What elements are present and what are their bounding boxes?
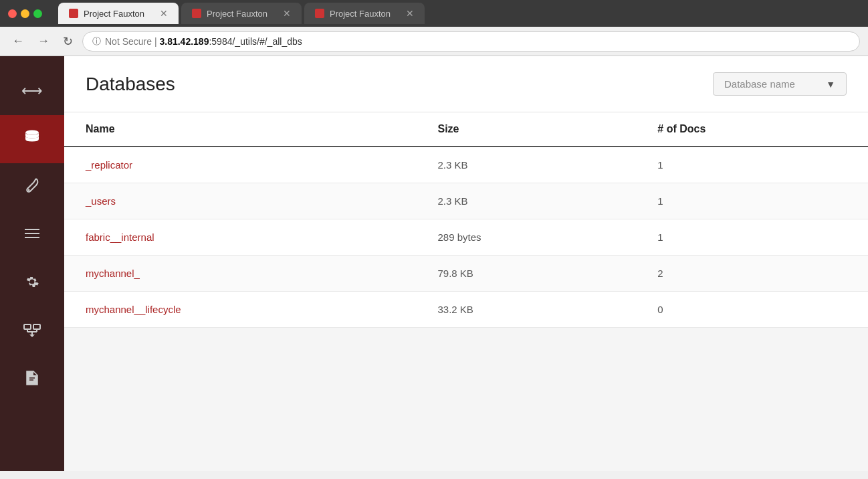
svg-rect-6 (33, 324, 40, 329)
url-port: :5984/_utils/#/_all_dbs (209, 36, 302, 47)
database-size: 33.2 KB (416, 292, 636, 328)
browser-titlebar: Project Fauxton ✕ Project Fauxton ✕ Proj… (0, 0, 868, 27)
address-url: Not Secure | 3.81.42.189:5984/_utils/#/_… (105, 36, 302, 47)
tab-1-close-button[interactable]: ✕ (160, 8, 168, 19)
database-link[interactable]: fabric__internal (86, 231, 154, 243)
page-header: Databases Database name ▼ (64, 56, 868, 112)
sidebar-item-tools[interactable] (0, 163, 64, 211)
database-doc-count: 0 (636, 292, 868, 328)
tab-3-favicon (315, 9, 324, 18)
database-doc-count: 1 (636, 183, 868, 219)
security-icon: ⓘ (92, 35, 101, 47)
table-header-row: Name Size # of Docs (64, 112, 868, 147)
table-row: mychannel__lifecycle33.2 KB0 (64, 292, 868, 328)
url-host: 3.81.42.189 (159, 36, 209, 47)
toggle-icon: ⟷ (21, 82, 43, 100)
database-doc-count: 2 (636, 256, 868, 292)
documentation-icon (24, 370, 40, 390)
browser-toolbar: ← → ↻ ⓘ Not Secure | 3.81.42.189:5984/_u… (0, 27, 868, 56)
database-link[interactable]: mychannel_ (86, 268, 140, 279)
databases-icon (23, 128, 41, 151)
address-bar[interactable]: ⓘ Not Secure | 3.81.42.189:5984/_utils/#… (82, 31, 860, 52)
database-size: 2.3 KB (416, 147, 636, 183)
svg-rect-5 (24, 324, 31, 329)
table-row: _replicator2.3 KB1 (64, 147, 868, 183)
tab-2-close-button[interactable]: ✕ (283, 8, 291, 19)
database-table: Name Size # of Docs _replicator2.3 KB1_u… (64, 112, 868, 328)
database-table-wrapper: Name Size # of Docs _replicator2.3 KB1_u… (64, 112, 868, 471)
svg-marker-11 (29, 334, 35, 337)
tab-1[interactable]: Project Fauxton ✕ (58, 3, 179, 24)
svg-point-0 (25, 130, 39, 135)
column-name-header: Name (64, 112, 416, 147)
column-docs-header: # of Docs (636, 112, 868, 147)
sidebar-item-activetasks[interactable] (0, 308, 64, 356)
back-button[interactable]: ← (8, 31, 28, 51)
database-link[interactable]: _replicator (86, 159, 132, 171)
database-size: 289 bytes (416, 219, 636, 256)
database-link[interactable]: _users (86, 195, 116, 207)
reload-button[interactable]: ↻ (59, 31, 77, 52)
minimize-window-button[interactable] (21, 9, 29, 18)
forward-button[interactable]: → (33, 31, 53, 51)
svg-point-1 (28, 189, 30, 191)
tab-2[interactable]: Project Fauxton ✕ (181, 3, 302, 24)
tab-3[interactable]: Project Fauxton ✕ (304, 3, 425, 24)
sidebar-item-documentation[interactable] (0, 356, 64, 404)
tab-1-title: Project Fauxton (84, 9, 154, 19)
sidebar-item-databases[interactable] (0, 115, 64, 163)
sidebar-item-toggle[interactable]: ⟷ (0, 67, 64, 115)
database-link[interactable]: mychannel__lifecycle (86, 304, 181, 315)
sidebar: ⟷ (0, 56, 64, 471)
replication-icon (23, 227, 41, 244)
browser-chrome: Project Fauxton ✕ Project Fauxton ✕ Proj… (0, 0, 868, 56)
maximize-window-button[interactable] (33, 9, 42, 18)
table-row: _users2.3 KB1 (64, 183, 868, 219)
wrench-icon (23, 177, 41, 198)
dropdown-placeholder: Database name (724, 78, 795, 90)
chevron-down-icon: ▼ (826, 79, 835, 90)
table-row: fabric__internal289 bytes1 (64, 219, 868, 256)
close-window-button[interactable] (8, 9, 17, 18)
database-doc-count: 1 (636, 219, 868, 256)
sidebar-item-replication[interactable] (0, 211, 64, 260)
database-doc-count: 1 (636, 147, 868, 183)
config-icon (23, 273, 41, 294)
app-container: ⟷ (0, 56, 868, 471)
tab-2-favicon (192, 9, 201, 18)
main-content: Databases Database name ▼ Name Size # of… (64, 56, 868, 471)
table-row: mychannel_79.8 KB2 (64, 256, 868, 292)
traffic-lights (8, 9, 42, 18)
active-tasks-icon (23, 322, 41, 341)
not-secure-label: Not Secure | (105, 36, 159, 47)
tab-1-favicon (69, 9, 78, 18)
database-name-dropdown[interactable]: Database name ▼ (713, 72, 847, 96)
sidebar-item-config[interactable] (0, 260, 64, 308)
database-size: 2.3 KB (416, 183, 636, 219)
tab-3-close-button[interactable]: ✕ (406, 8, 414, 19)
column-size-header: Size (416, 112, 636, 147)
database-size: 79.8 KB (416, 256, 636, 292)
page-title: Databases (86, 74, 175, 95)
tab-3-title: Project Fauxton (330, 9, 401, 19)
tab-2-title: Project Fauxton (207, 9, 278, 19)
